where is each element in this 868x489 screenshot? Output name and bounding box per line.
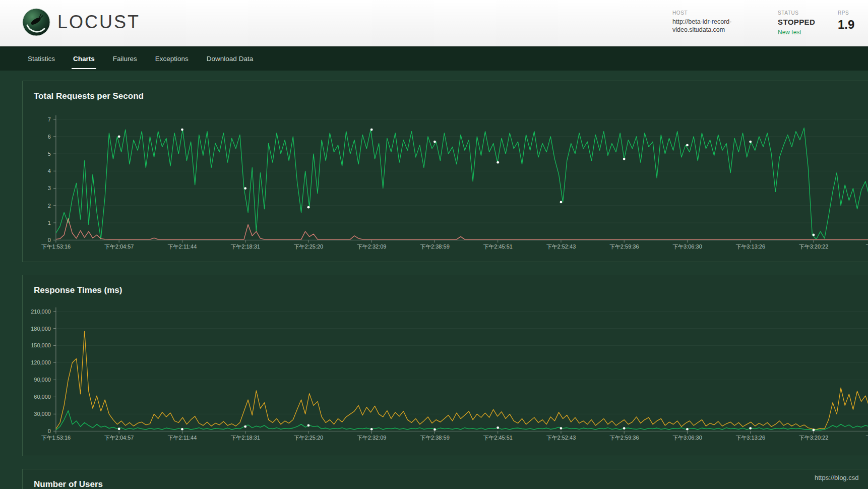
- y-tick-label: 0: [48, 237, 51, 243]
- median-response-time-point: [813, 429, 815, 432]
- x-tick-label: 下午2:11:44: [168, 243, 197, 250]
- x-tick-label: 下午2:52:43: [546, 243, 576, 250]
- host-label: HOST: [672, 10, 761, 16]
- y-tick-label: 120,000: [31, 359, 51, 365]
- x-tick-label: 下午2:11:44: [168, 435, 197, 441]
- rps-point: [749, 141, 752, 143]
- y-tick-label: 6: [48, 134, 51, 140]
- response-times-chart-canvas: 030,00060,00090,000120,000150,000180,000…: [23, 275, 868, 456]
- median-response-time-line: [56, 411, 868, 430]
- host-value-line1: http://beta-idr-record-: [672, 18, 761, 26]
- x-tick-label: 下午2:45:51: [483, 243, 513, 250]
- median-response-time-point: [560, 427, 563, 430]
- y-tick-label: 1: [48, 220, 51, 226]
- y-tick-label: 0: [48, 428, 51, 434]
- rps-point: [497, 161, 499, 164]
- locust-web-ui: { "header": { "brand": "LOCUST", "host":…: [0, 0, 868, 489]
- x-tick-label: 下午3:06:30: [672, 243, 702, 250]
- x-tick-label: 下午2:52:43: [546, 435, 576, 441]
- x-tick-label: 下午2:32:09: [357, 435, 387, 441]
- x-tick-label: 下午2:18:31: [230, 243, 260, 250]
- x-tick-label: 下午2:59:36: [609, 435, 639, 441]
- locust-logo-icon: [22, 8, 50, 36]
- y-tick-label: 150,000: [31, 343, 51, 349]
- rps-value: 1.9: [838, 18, 854, 32]
- x-tick-label: 下午2:18:31: [230, 435, 260, 441]
- rps-point: [370, 129, 373, 131]
- total-rps-chart-panel: Total Requests per Second 01234567下午1:53…: [22, 81, 868, 262]
- y-tick-label: 210,000: [31, 309, 51, 315]
- x-tick-label: 下午1:53:16: [41, 243, 71, 250]
- rps-point: [307, 206, 310, 209]
- tab-failures[interactable]: Failures: [113, 53, 137, 65]
- tab-statistics[interactable]: Statistics: [28, 53, 55, 65]
- median-response-time-point: [497, 426, 499, 429]
- x-tick-label: 下午3:13:26: [735, 435, 765, 441]
- rps-point: [433, 141, 436, 143]
- rps-point: [813, 234, 815, 236]
- median-response-time-point: [244, 425, 246, 428]
- rps-info: RPS 1.9: [838, 10, 854, 32]
- median-response-time-point: [686, 428, 689, 431]
- total-rps-chart-canvas: 01234567下午1:53:16下午2:04:57下午2:11:44下午2:1…: [23, 81, 868, 262]
- y-tick-label: 90,000: [34, 377, 51, 383]
- y-tick-label: 2: [48, 203, 51, 209]
- rps-point: [181, 129, 183, 131]
- host-info: HOST http://beta-idr-record- video.situd…: [672, 10, 761, 34]
- x-tick-label: 下午3:06:30: [672, 435, 702, 441]
- x-tick-label: 下午3:20:22: [799, 435, 829, 441]
- rps-point: [118, 135, 120, 138]
- tab-exceptions[interactable]: Exceptions: [155, 53, 189, 65]
- x-tick-label: 下午2:38:59: [420, 243, 450, 250]
- median-response-time-point: [118, 427, 120, 430]
- main-nav: Statistics Charts Failures Exceptions Do…: [0, 46, 868, 71]
- tab-download-data[interactable]: Download Data: [207, 53, 253, 65]
- rps-point: [686, 144, 689, 147]
- rps-point: [623, 158, 626, 160]
- app-header: LOCUST HOST http://beta-idr-record- vide…: [0, 0, 868, 46]
- tab-charts[interactable]: Charts: [73, 53, 95, 65]
- x-tick-label: 下午2:25:20: [294, 435, 324, 441]
- x-tick-label: 下午3:20:22: [799, 243, 829, 250]
- y-tick-label: 180,000: [31, 326, 51, 332]
- y-tick-label: 60,000: [34, 394, 51, 400]
- status-label: STATUS: [778, 10, 815, 16]
- x-tick-label: 下午3:13:26: [735, 243, 765, 250]
- x-tick-label: 下午3:27: [866, 435, 868, 441]
- y-tick-label: 30,000: [34, 411, 51, 417]
- x-tick-label: 下午1:53:16: [41, 435, 71, 441]
- new-test-link[interactable]: New test: [778, 29, 801, 36]
- status-value: STOPPED: [778, 18, 815, 26]
- response-times-chart-panel: Response Times (ms) 030,00060,00090,0001…: [22, 275, 868, 456]
- number-of-users-chart-title: Number of Users: [23, 469, 868, 489]
- p95-response-time-line: [56, 331, 868, 430]
- rps-point: [244, 187, 246, 190]
- brand: LOCUST: [22, 8, 140, 36]
- rps-line: [56, 128, 868, 239]
- y-tick-label: 7: [48, 116, 51, 123]
- y-tick-label: 4: [48, 168, 51, 174]
- number-of-users-chart-panel: Number of Users: [22, 469, 868, 489]
- rps-point: [560, 201, 563, 204]
- x-tick-label: 下午2:04:57: [104, 243, 134, 250]
- x-tick-label: 下午2:59:36: [609, 243, 639, 250]
- median-response-time-point: [749, 427, 752, 430]
- median-response-time-point: [307, 424, 310, 427]
- host-value-line2: video.situdata.com: [672, 26, 761, 34]
- median-response-time-point: [433, 428, 436, 431]
- x-tick-label: 下午3:27: [866, 243, 868, 250]
- x-tick-label: 下午2:45:51: [483, 435, 513, 441]
- failures-per-second-line: [56, 218, 868, 239]
- x-tick-label: 下午2:38:59: [420, 435, 450, 441]
- x-tick-label: 下午2:04:57: [104, 435, 134, 441]
- brand-name: LOCUST: [57, 12, 140, 33]
- blog-watermark: https://blog.csd: [815, 474, 858, 481]
- x-tick-label: 下午2:25:20: [294, 243, 324, 250]
- y-tick-label: 5: [48, 151, 51, 157]
- median-response-time-point: [181, 428, 183, 431]
- median-response-time-point: [623, 427, 626, 430]
- x-tick-label: 下午2:32:09: [357, 243, 387, 250]
- y-tick-label: 3: [48, 186, 51, 192]
- status-info: STATUS STOPPED New test: [778, 10, 815, 36]
- rps-label: RPS: [838, 10, 854, 16]
